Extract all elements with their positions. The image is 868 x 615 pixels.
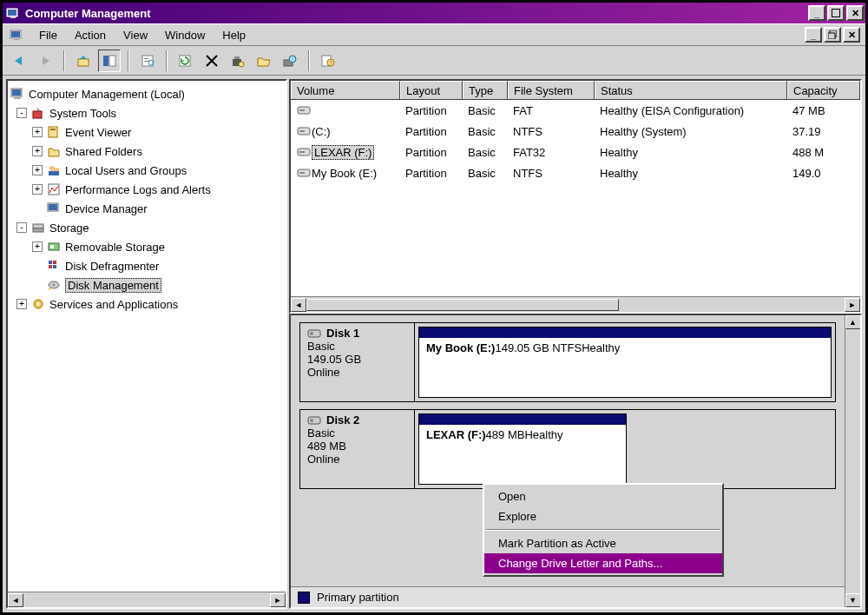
col-layout[interactable]: Layout bbox=[400, 81, 463, 99]
volume-name: (C:) bbox=[312, 125, 331, 138]
svg-point-47 bbox=[36, 302, 40, 306]
legend: Primary partition bbox=[291, 586, 845, 607]
table-row[interactable]: PartitionBasicFATHealthy (EISA Configura… bbox=[291, 100, 860, 121]
scroll-right-icon[interactable]: ► bbox=[845, 298, 860, 312]
app-icon bbox=[6, 6, 20, 20]
back-button[interactable] bbox=[8, 50, 30, 72]
show-hide-tree-button[interactable] bbox=[98, 50, 121, 72]
menu-help[interactable]: Help bbox=[214, 27, 254, 43]
expand-icon[interactable]: + bbox=[32, 146, 43, 156]
svg-rect-25 bbox=[12, 89, 21, 96]
cell: Healthy bbox=[595, 146, 787, 159]
disk-info[interactable]: Disk 2Basic489 MBOnline bbox=[300, 410, 415, 488]
expand-icon[interactable]: + bbox=[32, 127, 43, 137]
menu-window[interactable]: Window bbox=[156, 27, 214, 43]
col-filesystem[interactable]: File System bbox=[508, 81, 595, 99]
cell: 47 MB bbox=[787, 104, 860, 117]
disk-vscrollbar[interactable]: ▲ ▼ bbox=[845, 315, 860, 607]
table-row[interactable]: My Book (E:)PartitionBasicNTFSHealthy149… bbox=[291, 162, 860, 183]
partition[interactable]: LEXAR (F:)489 MBHealthy bbox=[418, 413, 627, 485]
tree-removable[interactable]: +Removable Storage bbox=[10, 237, 284, 256]
tree-services[interactable]: + Services and Applications bbox=[10, 294, 284, 314]
tree-label: Shared Folders bbox=[65, 145, 142, 158]
svg-rect-11 bbox=[109, 56, 115, 66]
tree-shared-folders[interactable]: +Shared Folders bbox=[10, 142, 284, 161]
tree-hscrollbar[interactable]: ◄ ► bbox=[8, 592, 286, 607]
forward-button[interactable] bbox=[34, 50, 56, 72]
cm-explore[interactable]: Explore bbox=[484, 506, 722, 526]
diskmgmt-icon bbox=[46, 278, 62, 292]
tree-device-manager[interactable]: Device Manager bbox=[10, 199, 284, 218]
cm-mark-active[interactable]: Mark Partition as Active bbox=[484, 533, 722, 553]
expand-icon[interactable]: + bbox=[32, 241, 43, 252]
svg-rect-9 bbox=[78, 59, 89, 66]
svg-rect-8 bbox=[828, 33, 835, 39]
tree-label: Event Viewer bbox=[65, 126, 131, 139]
open-button[interactable] bbox=[253, 50, 275, 72]
scroll-up-icon[interactable]: ▲ bbox=[845, 315, 861, 329]
partition[interactable]: My Book (E:)149.05 GB NTFSHealthy bbox=[418, 327, 832, 398]
menu-action[interactable]: Action bbox=[66, 27, 115, 43]
cell: Basic bbox=[463, 125, 508, 138]
tree-label: Performance Logs and Alerts bbox=[65, 183, 211, 196]
tree-storage[interactable]: - Storage bbox=[10, 218, 284, 237]
toolbar: ? bbox=[3, 46, 865, 76]
table-row[interactable]: LEXAR (F:)PartitionBasicFAT32Healthy488 … bbox=[291, 142, 860, 162]
expand-icon[interactable]: + bbox=[16, 299, 27, 309]
maximize-button[interactable] bbox=[827, 5, 845, 21]
col-status[interactable]: Status bbox=[595, 81, 787, 99]
svg-point-57 bbox=[310, 332, 313, 335]
mdi-close-button[interactable]: ✕ bbox=[843, 27, 860, 43]
scroll-left-icon[interactable]: ◄ bbox=[291, 298, 306, 312]
cell: NTFS bbox=[508, 167, 595, 180]
minimize-button[interactable]: _ bbox=[808, 5, 825, 21]
scroll-left-icon[interactable]: ◄ bbox=[8, 593, 23, 607]
cell: Healthy (EISA Configuration) bbox=[595, 104, 787, 117]
collapse-icon[interactable]: - bbox=[16, 222, 27, 233]
tree-system-tools[interactable]: - System Tools bbox=[10, 103, 284, 122]
scroll-down-icon[interactable]: ▼ bbox=[845, 593, 861, 607]
tree-local-users[interactable]: +Local Users and Groups bbox=[10, 161, 284, 180]
menu-view[interactable]: View bbox=[115, 27, 156, 43]
cell: Basic bbox=[463, 146, 508, 159]
help-button[interactable]: ? bbox=[317, 50, 339, 72]
expand-icon[interactable]: + bbox=[32, 165, 43, 175]
scroll-right-icon[interactable]: ► bbox=[270, 593, 286, 607]
tree-label: Device Manager bbox=[65, 202, 148, 215]
table-row[interactable]: (C:)PartitionBasicNTFSHealthy (System)37… bbox=[291, 121, 860, 142]
gear-icon bbox=[30, 297, 46, 311]
delete-button[interactable] bbox=[201, 50, 223, 72]
svg-point-20 bbox=[289, 56, 296, 63]
cm-separator bbox=[486, 529, 720, 531]
close-button[interactable]: ✕ bbox=[846, 5, 864, 21]
drive-icon bbox=[296, 168, 312, 178]
tree-root[interactable]: Computer Management (Local) bbox=[10, 84, 284, 103]
svg-rect-26 bbox=[14, 97, 21, 99]
collapse-icon[interactable]: - bbox=[16, 108, 27, 118]
tree-disk-management[interactable]: Disk Management bbox=[10, 275, 284, 294]
col-volume[interactable]: Volume bbox=[291, 81, 400, 99]
refresh-button[interactable] bbox=[174, 50, 197, 72]
svg-rect-5 bbox=[11, 31, 20, 37]
settings-button[interactable] bbox=[227, 50, 249, 72]
properties-button[interactable] bbox=[136, 50, 159, 72]
col-type[interactable]: Type bbox=[463, 81, 508, 99]
find-button[interactable] bbox=[279, 50, 301, 72]
tree-root-label: Computer Management (Local) bbox=[29, 88, 185, 101]
cm-change-drive-letter[interactable]: Change Drive Letter and Paths... bbox=[484, 553, 722, 573]
mdi-minimize-button[interactable]: _ bbox=[805, 27, 822, 43]
context-menu[interactable]: Open Explore Mark Partition as Active Ch… bbox=[483, 483, 724, 577]
tree-defrag[interactable]: Disk Defragmenter bbox=[10, 256, 284, 275]
up-button[interactable] bbox=[72, 50, 95, 72]
col-capacity[interactable]: Capacity bbox=[787, 81, 860, 99]
expand-icon[interactable]: + bbox=[32, 184, 43, 195]
cm-open[interactable]: Open bbox=[484, 486, 722, 506]
svg-rect-13 bbox=[144, 58, 148, 59]
tree-event-viewer[interactable]: +Event Viewer bbox=[10, 122, 284, 142]
menu-file[interactable]: File bbox=[30, 27, 66, 43]
svg-rect-39 bbox=[50, 245, 54, 248]
mdi-restore-button[interactable] bbox=[824, 27, 841, 43]
disk-info[interactable]: Disk 1Basic149.05 GBOnline bbox=[300, 323, 415, 401]
volume-hscrollbar[interactable]: ◄ ► bbox=[291, 296, 860, 312]
tree-perf-logs[interactable]: +Performance Logs and Alerts bbox=[10, 180, 284, 199]
